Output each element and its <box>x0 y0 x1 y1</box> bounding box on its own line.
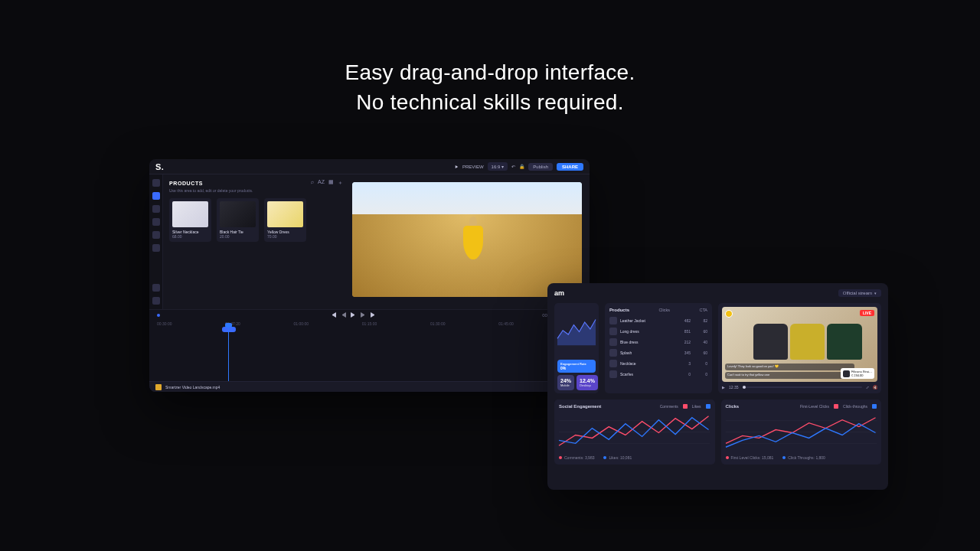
row-clicks: 3 <box>677 361 691 366</box>
product-card[interactable]: Silver Necklace 68.00 <box>169 198 211 242</box>
editor-topbar: S. PREVIEW 16:9 ▾ ↶ 🔒 Publish SHARE <box>149 159 590 174</box>
step-fwd-icon[interactable] <box>361 312 366 318</box>
live-video[interactable]: LIVE Lovely! They look so good on you! 💛… <box>722 307 877 382</box>
add-product-icon[interactable]: ＋ <box>338 179 343 187</box>
live-product-chip[interactable]: Filicana Strai… € 234.00 <box>841 368 874 379</box>
play-icon[interactable] <box>351 312 356 318</box>
editor-sidebar <box>149 174 163 309</box>
editor-window: S. PREVIEW 16:9 ▾ ↶ 🔒 Publish SHARE <box>149 159 590 392</box>
playhead[interactable] <box>228 327 229 381</box>
folder-icon <box>155 384 162 390</box>
preview-frame <box>352 182 582 297</box>
panel-subtitle: Use this area to add, edit or delete you… <box>169 188 343 193</box>
sidebar-search-icon[interactable] <box>152 231 160 239</box>
overview-sparkline <box>557 306 596 357</box>
progress-bar[interactable] <box>743 386 862 388</box>
product-card[interactable]: Black Hair Tie 20.00 <box>217 198 259 242</box>
product mumb-liver <box>172 201 208 227</box>
lock-icon[interactable]: 🔒 <box>519 164 524 169</box>
skip-back-icon[interactable] <box>331 312 336 318</box>
row-clicks: 212 <box>677 340 691 344</box>
search-icon[interactable]: ⌕ <box>311 179 314 187</box>
row-cta: 82 <box>694 318 707 323</box>
dashboard-title: am <box>554 289 564 297</box>
row-cta: 60 <box>694 350 707 355</box>
product-row[interactable]: Splash34560 <box>609 347 707 358</box>
play-icon[interactable]: ▶ <box>722 385 725 390</box>
clip-filename: Smartzer Video Landscape.mp4 <box>165 385 220 390</box>
product-row[interactable]: Necklace30 <box>609 358 707 369</box>
grid-view-icon[interactable]: ▦ <box>328 179 334 187</box>
expand-icon[interactable]: ⤢ <box>866 385 869 390</box>
sidebar-more-icon[interactable] <box>152 244 160 252</box>
transport-controls <box>165 312 542 318</box>
row-thumb <box>609 328 617 335</box>
overview-chart-card: Engagement Rate 0% 24% Mobile 12.4% Desk… <box>554 303 599 393</box>
social-chart-svg <box>559 411 710 453</box>
row-cta: 60 <box>694 329 707 334</box>
row-cta: 0 <box>694 372 707 377</box>
sort-button[interactable]: AZ <box>318 179 325 187</box>
hero-text: Easy drag-and-drop interface. No technic… <box>0 0 980 117</box>
sidebar-layers-icon[interactable] <box>152 205 160 213</box>
timeline-ruler: 00:30:0000:47:2001:00:0001:15:0001:30:00… <box>149 321 590 326</box>
publish-button[interactable]: Publish <box>528 163 553 171</box>
products-heading: Products <box>609 308 629 312</box>
settings-icon[interactable] <box>152 284 160 292</box>
row-cta: 40 <box>694 340 707 344</box>
col-cta: CTA <box>699 308 707 312</box>
stream-selector[interactable]: Official stream <box>838 289 881 297</box>
row-thumb <box>609 349 617 357</box>
col-clicks: Clicks <box>658 308 670 312</box>
sidebar-text-icon[interactable] <box>152 218 160 226</box>
row-name: Scarfes <box>620 372 674 377</box>
panel-title: PRODUCTS <box>169 181 203 186</box>
row-clicks: 345 <box>677 350 691 355</box>
row-name: Long dress <box>620 329 674 334</box>
row-thumb <box>609 317 617 324</box>
app-logo: S. <box>155 162 164 171</box>
live-time: 12:35 <box>729 385 739 390</box>
play-icon[interactable] <box>456 165 459 168</box>
home-icon[interactable] <box>152 297 160 305</box>
row-thumb <box>609 370 617 378</box>
products-table-card: Products Clicks CTA Leather Jacket48282L… <box>605 303 712 393</box>
sidebar-products-icon[interactable] <box>152 192 160 200</box>
kpi-mobile: 24% Mobile <box>557 375 574 390</box>
streamer-avatar <box>725 310 733 318</box>
timeline-footer: Smartzer Video Landscape.mp4 <box>149 381 590 392</box>
product-price: 68.00 <box>172 234 208 239</box>
timeline-tracks[interactable] <box>157 328 582 381</box>
sidebar-media-icon[interactable] <box>152 179 160 187</box>
product-row[interactable]: Blue dress21240 <box>609 337 707 347</box>
product-row[interactable]: Scarfes00 <box>609 369 707 380</box>
product-card[interactable]: Yellow Dress 70.00 <box>264 198 306 242</box>
row-name: Splash <box>620 350 674 355</box>
product-thumb <box>267 201 303 227</box>
aspect-ratio-chip[interactable]: 16:9 ▾ <box>488 162 508 171</box>
mute-icon[interactable]: 🔇 <box>873 385 877 390</box>
product-price: 70.00 <box>267 234 303 239</box>
product-row[interactable]: Long dress85160 <box>609 326 707 337</box>
step-back-icon[interactable] <box>341 312 346 318</box>
row-clicks: 482 <box>677 318 691 323</box>
live-badge: LIVE <box>860 310 874 316</box>
row-name: Blue dress <box>620 340 674 344</box>
product-thumb <box>220 201 256 227</box>
products-panel: PRODUCTS ⌕ AZ ▦ ＋ Use this area to add, … <box>163 174 349 309</box>
row-cta: 0 <box>694 361 707 366</box>
row-name: Necklace <box>620 361 674 366</box>
share-button[interactable]: SHARE <box>557 163 583 171</box>
skip-fwd-icon[interactable] <box>371 312 376 318</box>
timeline: 00:34:00 / 01:01:09 00:30:0000:47:2001:0… <box>149 309 590 392</box>
figure-illustration <box>462 217 484 262</box>
social-engagement-chart: Social Engagement Comments Likes Comment… <box>554 399 715 465</box>
row-name: Leather Jacket <box>620 318 674 323</box>
preview-label[interactable]: PREVIEW <box>462 165 484 169</box>
product-row[interactable]: Leather Jacket48282 <box>609 315 707 326</box>
undo-icon[interactable]: ↶ <box>511 164 515 169</box>
clip-handle[interactable] <box>222 327 236 332</box>
clicks-chart-svg <box>726 411 877 453</box>
live-stream-card: LIVE Lovely! They look so good on you! 💛… <box>718 303 881 393</box>
clicks-chart: Clicks First-Level Clicks Click-throughs… <box>721 399 882 465</box>
